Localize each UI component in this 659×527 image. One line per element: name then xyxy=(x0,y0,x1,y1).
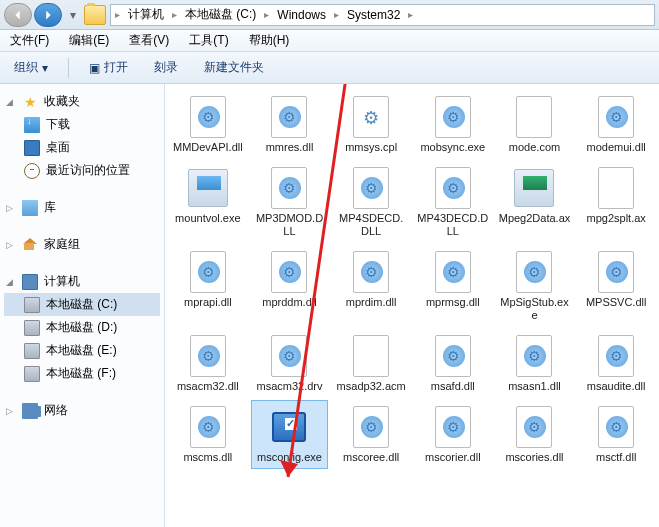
file-label: mpg2splt.ax xyxy=(587,212,646,225)
file-item[interactable]: mscorier.dll xyxy=(414,400,492,469)
sidebar-drive-f[interactable]: 本地磁盘 (F:) xyxy=(4,362,160,385)
file-item[interactable]: MPSSVC.dll xyxy=(577,245,655,327)
file-icon xyxy=(431,250,475,294)
file-label: mscoree.dll xyxy=(343,451,399,464)
toolbar: 组织 ▾ ▣ 打开 刻录 新建文件夹 xyxy=(0,52,659,84)
file-item[interactable]: mmres.dll xyxy=(251,90,329,159)
menu-file[interactable]: 文件(F) xyxy=(6,30,53,51)
file-icon xyxy=(431,95,475,139)
newfolder-button[interactable]: 新建文件夹 xyxy=(198,56,270,79)
file-item[interactable]: mprapi.dll xyxy=(169,245,247,327)
file-item[interactable]: MMDevAPI.dll xyxy=(169,90,247,159)
history-dropdown[interactable]: ▾ xyxy=(66,3,80,27)
file-content[interactable]: MMDevAPI.dllmmres.dllmmsys.cplmobsync.ex… xyxy=(165,84,659,527)
organize-button[interactable]: 组织 ▾ xyxy=(8,56,54,79)
crumb-drive-c[interactable]: 本地磁盘 (C:) xyxy=(179,4,262,25)
file-icon xyxy=(349,250,393,294)
file-label: msafd.dll xyxy=(431,380,475,393)
file-item[interactable]: mountvol.exe xyxy=(169,161,247,243)
file-label: mountvol.exe xyxy=(175,212,240,225)
forward-button[interactable] xyxy=(34,3,62,27)
sidebar-downloads[interactable]: 下载 xyxy=(4,113,160,136)
file-item[interactable]: mscoree.dll xyxy=(332,400,410,469)
file-icon xyxy=(186,405,230,449)
nav-buttons xyxy=(4,3,62,27)
file-item[interactable]: mscms.dll xyxy=(169,400,247,469)
crumb-system32[interactable]: System32 xyxy=(341,6,406,24)
file-item[interactable]: MP3DMOD.DLL xyxy=(251,161,329,243)
file-label: MP4SDECD.DLL xyxy=(335,212,407,238)
crumb-computer[interactable]: 计算机 xyxy=(122,4,170,25)
file-label: MP3DMOD.DLL xyxy=(254,212,326,238)
chevron-icon: ▸ xyxy=(334,9,339,20)
burn-button[interactable]: 刻录 xyxy=(148,56,184,79)
sidebar-drive-e[interactable]: 本地磁盘 (E:) xyxy=(4,339,160,362)
breadcrumb[interactable]: ▸ 计算机 ▸ 本地磁盘 (C:) ▸ Windows ▸ System32 ▸ xyxy=(110,4,655,26)
menu-tools[interactable]: 工具(T) xyxy=(185,30,232,51)
file-icon xyxy=(431,405,475,449)
menu-edit[interactable]: 编辑(E) xyxy=(65,30,113,51)
file-label: MpSigStub.exe xyxy=(499,296,571,322)
chevron-icon: ▸ xyxy=(408,9,413,20)
file-item[interactable]: msadp32.acm xyxy=(332,329,410,398)
sidebar-recent[interactable]: 最近访问的位置 xyxy=(4,159,160,182)
file-item[interactable]: mobsync.exe xyxy=(414,90,492,159)
file-label: mmres.dll xyxy=(266,141,314,154)
sidebar-computer[interactable]: ◢计算机 xyxy=(4,270,160,293)
file-item[interactable]: mode.com xyxy=(496,90,574,159)
file-item[interactable]: msacm32.drv xyxy=(251,329,329,398)
file-item[interactable]: modemui.dll xyxy=(577,90,655,159)
file-item[interactable]: msafd.dll xyxy=(414,329,492,398)
menu-help[interactable]: 帮助(H) xyxy=(245,30,294,51)
menu-view[interactable]: 查看(V) xyxy=(125,30,173,51)
file-item[interactable]: mprdim.dll xyxy=(332,245,410,327)
file-label: mode.com xyxy=(509,141,560,154)
file-icon xyxy=(431,334,475,378)
file-item[interactable]: mpg2splt.ax xyxy=(577,161,655,243)
file-item[interactable]: mprmsg.dll xyxy=(414,245,492,327)
file-icon xyxy=(431,166,475,210)
sidebar-network[interactable]: ▷网络 xyxy=(4,399,160,422)
file-item[interactable]: MpSigStub.exe xyxy=(496,245,574,327)
file-icon xyxy=(594,405,638,449)
file-label: mprmsg.dll xyxy=(426,296,480,309)
file-label: msacm32.dll xyxy=(177,380,239,393)
file-icon xyxy=(267,250,311,294)
file-item[interactable]: msconfig.exe xyxy=(251,400,329,469)
file-item[interactable]: Mpeg2Data.ax xyxy=(496,161,574,243)
file-icon xyxy=(186,166,230,210)
file-icon xyxy=(267,405,311,449)
file-item[interactable]: MP4SDECD.DLL xyxy=(332,161,410,243)
crumb-windows[interactable]: Windows xyxy=(271,6,332,24)
file-label: MPSSVC.dll xyxy=(586,296,647,309)
file-item[interactable]: msctf.dll xyxy=(577,400,655,469)
file-label: mscories.dll xyxy=(505,451,563,464)
file-label: msconfig.exe xyxy=(257,451,322,464)
file-item[interactable]: msasn1.dll xyxy=(496,329,574,398)
file-item[interactable]: msaudite.dll xyxy=(577,329,655,398)
sidebar: ◢★收藏夹 下载 桌面 最近访问的位置 ▷库 ▷家庭组 ◢计算机 本地磁盘 (C… xyxy=(0,84,165,527)
file-item[interactable]: mscories.dll xyxy=(496,400,574,469)
file-label: msaudite.dll xyxy=(587,380,646,393)
file-item[interactable]: mmsys.cpl xyxy=(332,90,410,159)
sidebar-desktop[interactable]: 桌面 xyxy=(4,136,160,159)
sidebar-homegroup[interactable]: ▷家庭组 xyxy=(4,233,160,256)
back-button[interactable] xyxy=(4,3,32,27)
sidebar-drive-c[interactable]: 本地磁盘 (C:) xyxy=(4,293,160,316)
folder-icon xyxy=(84,5,106,25)
open-button[interactable]: ▣ 打开 xyxy=(83,56,134,79)
file-item[interactable]: mprddm.dll xyxy=(251,245,329,327)
sidebar-favorites[interactable]: ◢★收藏夹 xyxy=(4,90,160,113)
file-icon xyxy=(349,334,393,378)
file-item[interactable]: msacm32.dll xyxy=(169,329,247,398)
sidebar-library[interactable]: ▷库 xyxy=(4,196,160,219)
chevron-icon: ▸ xyxy=(115,9,120,20)
file-icon xyxy=(186,334,230,378)
file-icon xyxy=(594,95,638,139)
file-icon xyxy=(349,405,393,449)
sidebar-drive-d[interactable]: 本地磁盘 (D:) xyxy=(4,316,160,339)
file-label: Mpeg2Data.ax xyxy=(499,212,571,225)
file-item[interactable]: MP43DECD.DLL xyxy=(414,161,492,243)
file-grid: MMDevAPI.dllmmres.dllmmsys.cplmobsync.ex… xyxy=(169,90,655,469)
file-icon xyxy=(349,166,393,210)
